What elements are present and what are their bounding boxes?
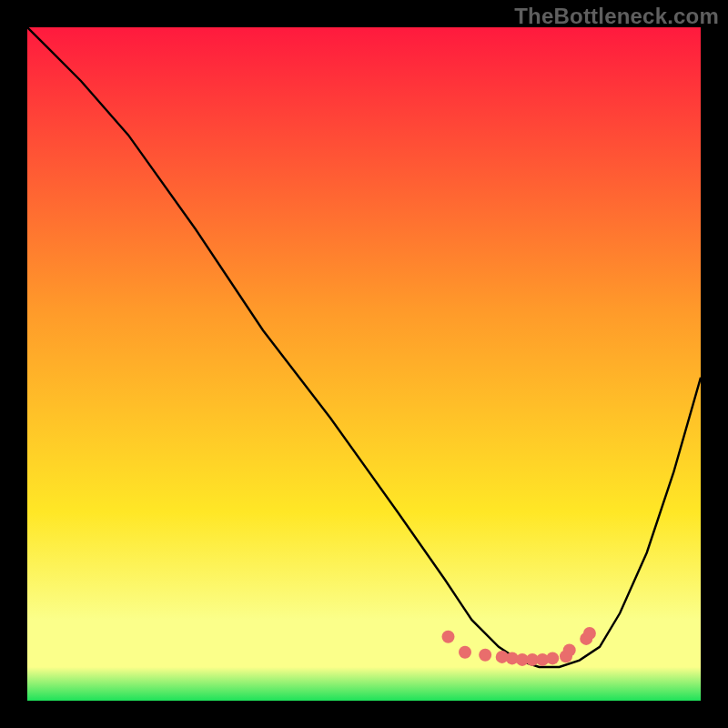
optimal-dot [546, 652, 559, 664]
optimal-dot [442, 631, 455, 643]
optimal-dot [563, 644, 576, 657]
optimal-dot [459, 646, 471, 659]
optimal-dot [583, 627, 596, 640]
optimal-dot [479, 649, 491, 662]
gradient-background [27, 27, 701, 701]
chart-frame: TheBottleneck.com [0, 0, 728, 728]
watermark-text: TheBottleneck.com [514, 4, 719, 29]
chart-canvas [27, 27, 701, 701]
